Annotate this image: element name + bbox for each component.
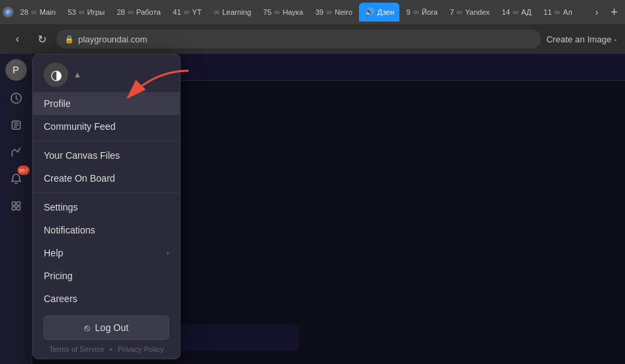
avatar[interactable]: P	[5, 59, 27, 81]
tab-bar: P 28 ∞ Main 53 ∞ Игры 28 ∞ Работа 41 ∞ Y…	[0, 0, 625, 24]
tab-learning[interactable]: ∞ Learning	[208, 3, 256, 22]
logout-icon: ⎋	[84, 322, 90, 333]
lock-icon: 🔒	[65, 35, 74, 44]
menu-item-create-on-board[interactable]: Create On Board	[33, 167, 180, 190]
svg-rect-7	[17, 207, 20, 210]
reload-button[interactable]: ↻	[32, 30, 51, 48]
sidebar-item-grid[interactable]	[4, 194, 28, 218]
tab-neiro[interactable]: 39 ∞ Neiro	[310, 3, 358, 22]
sidebar-item-layers[interactable]	[4, 113, 28, 137]
browser-favicon: P	[3, 7, 13, 17]
svg-rect-5	[17, 202, 20, 205]
menu-divider-2	[33, 192, 180, 193]
menu-divider-1	[33, 141, 180, 141]
terms-of-service-link[interactable]: Terms of Service	[49, 345, 104, 353]
back-button[interactable]: ‹	[8, 30, 27, 48]
svg-rect-6	[12, 207, 15, 210]
tab-ad[interactable]: 14 ∞ АД	[496, 3, 537, 22]
tab-rabota[interactable]: 28 ∞ Работа	[111, 3, 166, 22]
menu-item-profile[interactable]: Profile	[33, 92, 180, 115]
tab-igry[interactable]: 53 ∞ Игры	[63, 3, 110, 22]
speaker-icon: 🔊	[364, 7, 374, 17]
address-bar: ‹ ↻ 🔒 playgroundai.com Create an Image -	[0, 24, 625, 54]
tab-yoga[interactable]: 9 ∞ Йога	[401, 3, 443, 22]
new-tab-button[interactable]: +	[606, 4, 622, 20]
menu-item-community-feed[interactable]: Community Feed	[33, 115, 180, 138]
menu-footer: Terms of Service • Privacy Policy	[33, 342, 180, 353]
svg-text:P: P	[7, 10, 10, 15]
notifications-badge: 957	[18, 166, 29, 175]
url-text: playgroundai.com	[78, 34, 147, 44]
tab-yt[interactable]: 41 ∞ YT	[168, 3, 207, 22]
sidebar-item-notifications[interactable]: 957	[4, 167, 28, 191]
menu-logo: ◑	[44, 63, 68, 87]
svg-rect-4	[12, 202, 15, 205]
logout-button[interactable]: ⎋ Log Out	[44, 316, 169, 340]
menu-item-help[interactable]: Help ›	[33, 242, 180, 264]
browser-chrome: P 28 ∞ Main 53 ∞ Игры 28 ∞ Работа 41 ∞ Y…	[0, 0, 625, 54]
dropdown-menu: ◑ ▲ Profile Community Feed Your Canvas F…	[32, 54, 180, 359]
menu-item-canvas-files[interactable]: Your Canvas Files	[33, 144, 180, 167]
tab-dzen[interactable]: 🔊 Дзен	[359, 3, 399, 22]
left-sidebar: P 957	[0, 54, 32, 364]
url-bar[interactable]: 🔒 playgroundai.com	[57, 30, 541, 48]
create-image-text: Create an Image -	[546, 34, 617, 44]
privacy-policy-link[interactable]: Privacy Policy	[118, 345, 164, 353]
menu-item-careers[interactable]: Careers	[33, 287, 180, 310]
tabs-more-button[interactable]: ›	[589, 4, 605, 20]
sidebar-item-chart[interactable]	[4, 140, 28, 164]
menu-item-pricing[interactable]: Pricing	[33, 264, 180, 287]
tab-yandex[interactable]: 7 ∞ Yandex	[445, 3, 495, 22]
menu-item-notifications[interactable]: Notifications	[33, 219, 180, 242]
sidebar-item-clock[interactable]	[4, 86, 28, 110]
menu-chevron-icon: ▲	[73, 70, 81, 79]
tab-nauka[interactable]: 75 ∞ Наука	[258, 3, 308, 22]
chevron-right-icon: ›	[166, 248, 169, 258]
tab-main[interactable]: 28 ∞ Main	[15, 3, 61, 22]
app-area: P 957	[0, 54, 625, 364]
menu-item-settings[interactable]: Settings	[33, 196, 180, 219]
menu-header: ◑ ▲	[33, 54, 180, 92]
tab-al[interactable]: 11 ∞ Ал	[538, 3, 578, 22]
